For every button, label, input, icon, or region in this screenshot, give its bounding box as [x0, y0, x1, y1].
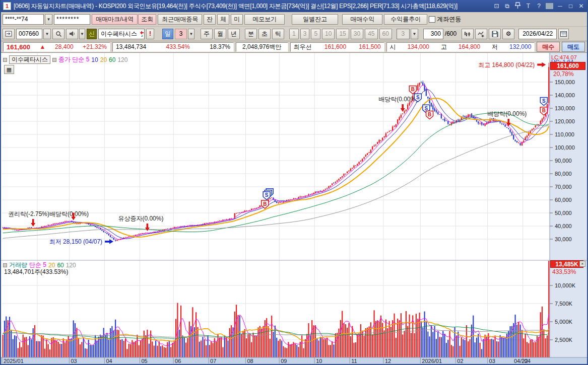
date-input[interactable]: 2026/04/22 — [518, 29, 557, 39]
minute-10-button[interactable]: 10 — [322, 29, 335, 39]
period-second-button[interactable]: 초 — [258, 29, 271, 39]
svg-text:배당락(0.00%): 배당락(0.00%) — [378, 96, 418, 103]
executed-button[interactable]: 체 — [217, 14, 229, 25]
minute-15-button[interactable]: 15 — [336, 29, 349, 39]
price-ma-legend: 종가 단순 5 — [58, 55, 89, 64]
period-minute-button[interactable]: 분 — [245, 29, 257, 39]
minute-1-button[interactable]: 1 — [289, 29, 299, 39]
account-link-label: 계좌연동 — [437, 15, 461, 24]
period-count-dropdown[interactable]: ▼ — [188, 29, 194, 39]
turnover-percent: 18.37% — [210, 43, 230, 50]
chart-type-grid-button[interactable]: ▦ — [4, 65, 14, 74]
price-ma20-label: 20 — [100, 56, 107, 63]
price-ma120-label: 120 — [117, 56, 127, 63]
volume-legend-toggle-icon[interactable] — [3, 263, 7, 267]
svg-text:04: 04 — [106, 358, 112, 364]
settings-gear-icon[interactable]: ⚙ — [502, 29, 514, 39]
svg-text:11: 11 — [351, 358, 357, 364]
svg-text:40,000: 40,000 — [555, 223, 572, 229]
search-icon[interactable] — [52, 29, 64, 39]
query-button[interactable]: 조회 — [138, 14, 156, 25]
svg-text:50,000: 50,000 — [555, 210, 572, 216]
hts-window: 1 [0606] 자동일지차트(매매내역) - KOSPI200 외국인보유[1… — [0, 0, 588, 365]
close-button[interactable]: ✕ — [577, 3, 585, 10]
minute-60-button[interactable]: 60 — [379, 29, 392, 39]
period-year-button[interactable]: 년 — [228, 29, 240, 39]
svg-text:03: 03 — [71, 358, 77, 364]
unexecuted-button[interactable]: 미 — [231, 14, 243, 25]
stock-name-box[interactable]: 이수페타시스 — [98, 29, 145, 39]
title-bar: 1 [0606] 자동일지차트(매매내역) - KOSPI200 외국인보유[1… — [1, 0, 587, 12]
save-icon[interactable] — [489, 29, 501, 39]
pin-icon[interactable] — [514, 2, 521, 10]
minute-30-button[interactable]: 30 — [351, 29, 363, 39]
current-price-box: 161,600 — [550, 62, 585, 70]
account-link-checkbox[interactable] — [429, 16, 435, 23]
balance-button[interactable]: 잔 — [204, 14, 216, 25]
volume-total-line: 13,484,701주(433.53%) — [4, 268, 68, 276]
svg-text:06: 06 — [175, 358, 181, 364]
period-day-button[interactable]: 일 — [162, 29, 173, 39]
copy-window-icon[interactable]: ⧉ — [503, 3, 511, 10]
password-field[interactable]: ******** — [54, 14, 90, 25]
change-direction: ▲ — [40, 43, 46, 50]
maximize-button[interactable]: □ — [567, 3, 574, 10]
alert-button[interactable]: ! — [146, 29, 154, 39]
period-month-button[interactable]: 월 — [214, 29, 226, 39]
font-icon[interactable]: T — [525, 3, 532, 10]
account-dropdown-arrow[interactable]: ▼ — [45, 14, 52, 25]
chart-area[interactable]: 150,000140,000130,000120,000110,000100,0… — [1, 53, 587, 364]
trade-value: 2,048,976백만 — [242, 43, 281, 51]
flip-panel-icon[interactable] — [3, 29, 15, 39]
chart-canvas[interactable]: 150,000140,000130,000120,000110,000100,0… — [1, 53, 587, 364]
stock-code-input[interactable]: 007660 — [16, 29, 42, 39]
daily-balance-button[interactable]: 일별잔고 — [292, 14, 338, 25]
account-toolbar: ****-**74▼ ******** 매매마크/내역 조회 최근매매종목 잔 … — [1, 12, 587, 27]
minute-45-button[interactable]: 45 — [365, 29, 377, 39]
minimize-button[interactable]: ─ — [556, 3, 564, 10]
bars-count-input[interactable]: 300 — [423, 29, 443, 39]
return-trend-button[interactable]: 수익률추이 — [384, 14, 427, 25]
minute-5-button[interactable]: 5 — [311, 29, 320, 39]
high-label: 고 — [441, 43, 447, 51]
recent-trades-button[interactable]: 최근매매종목 — [158, 14, 202, 25]
lc-value: LC:474.07 — [551, 54, 577, 60]
svg-text:최고 164,800 (04/22): 최고 164,800 (04/22) — [478, 61, 535, 68]
svg-text:07: 07 — [210, 358, 216, 364]
svg-text:09: 09 — [281, 358, 287, 364]
sound-dropdown[interactable]: ▼ — [79, 29, 85, 39]
stock-name: 이수페타시스 — [101, 30, 140, 38]
calendar-icon[interactable] — [558, 29, 569, 39]
svg-text:2,500K: 2,500K — [555, 337, 573, 343]
svg-text:10,000K: 10,000K — [555, 282, 576, 288]
price-info-bar: 161,600 ▲ 28,400 +21.32% 13,484,734 433.… — [1, 41, 587, 53]
period-week-button[interactable]: 주 — [201, 29, 213, 39]
bars-total-label: /600 — [445, 30, 456, 37]
legend-toggle2-icon[interactable] — [52, 58, 56, 62]
link-window-icon[interactable]: ⊡ — [493, 3, 500, 10]
svg-text:10: 10 — [316, 358, 322, 364]
trade-mark-button[interactable]: 매매마크/내역 — [92, 14, 138, 25]
trade-profit-button[interactable]: 매매수익 — [342, 14, 382, 25]
svg-text:S: S — [542, 98, 546, 104]
period-tick-button[interactable]: 틱 — [272, 29, 284, 39]
account-select[interactable]: ****-**74 — [3, 14, 44, 25]
buy-button[interactable]: 매수 — [537, 42, 560, 52]
memo-view-button[interactable]: 메모보기 — [244, 14, 285, 25]
volume-pane-close-icon[interactable]: × — [579, 261, 585, 267]
legend-toggle-icon[interactable] — [3, 58, 7, 62]
period-count-input[interactable]: 3 — [175, 29, 187, 39]
sell-button[interactable]: 매도 — [562, 42, 585, 52]
svg-text:2026/01: 2026/01 — [422, 358, 442, 364]
sound-icon[interactable] — [66, 29, 78, 39]
chart-stock-name: 이수페타시스 — [9, 55, 50, 64]
minute-3-button[interactable]: 3 — [300, 29, 310, 39]
add-candle-icon[interactable] — [462, 29, 474, 39]
help-icon[interactable]: ? — [535, 3, 543, 10]
add-line-icon[interactable] — [475, 29, 487, 39]
svg-text:130,000: 130,000 — [555, 105, 575, 111]
current-volume-percent: 433,53% — [552, 268, 576, 275]
svg-text:S: S — [265, 192, 269, 198]
stock-code-dropdown[interactable]: ▼ — [43, 29, 51, 39]
svg-text:100,000: 100,000 — [555, 144, 575, 151]
